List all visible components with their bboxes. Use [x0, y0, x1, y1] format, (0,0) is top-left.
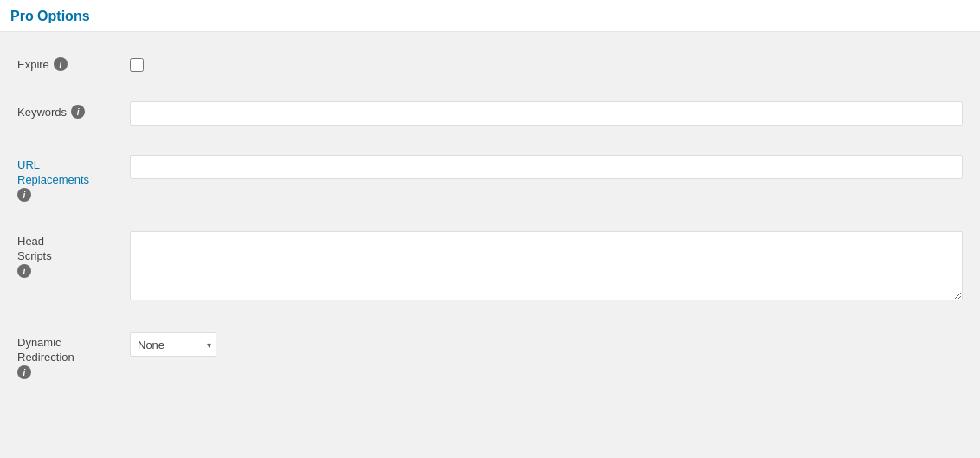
keywords-label-text: Keywords	[17, 106, 67, 119]
dynamic-redirection-select-wrapper: None Random Sequential ▾	[130, 332, 216, 357]
head-scripts-line1: Head	[17, 235, 44, 248]
keywords-input[interactable]	[130, 101, 963, 126]
url-replacements-row: URL Replacements i	[17, 148, 963, 209]
dynamic-label-line1: Dynamic	[17, 336, 61, 349]
keywords-label: Keywords i	[17, 101, 130, 119]
head-scripts-row: Head Scripts i	[17, 224, 963, 310]
dynamic-redirection-info-icon[interactable]: i	[17, 365, 31, 379]
expire-info-icon[interactable]: i	[54, 57, 68, 71]
url-label-line2-wrapper: Replacements	[17, 173, 89, 186]
url-label-line2: Replacements	[17, 173, 89, 186]
dynamic-redirection-row: Dynamic Redirection i None Random Sequen…	[17, 326, 963, 386]
url-label-line1: URL	[17, 158, 40, 171]
keywords-control	[130, 101, 963, 126]
url-replacements-label: URL Replacements i	[17, 155, 130, 202]
head-scripts-line2: Scripts	[17, 249, 52, 262]
url-replacements-control	[130, 155, 963, 179]
dynamic-redirection-control: None Random Sequential ▾	[130, 332, 963, 357]
dynamic-redirection-label: Dynamic Redirection i	[17, 332, 130, 379]
section-title: Pro Options	[0, 0, 980, 32]
keywords-row: Keywords i	[17, 94, 963, 132]
expire-row: Expire i	[17, 49, 963, 79]
dynamic-label-line2: Redirection	[17, 351, 74, 364]
page-title: Pro Options	[10, 9, 90, 23]
expire-label-text: Expire	[17, 58, 49, 71]
head-scripts-textarea[interactable]	[130, 231, 963, 300]
head-scripts-control	[130, 231, 963, 303]
url-replacements-info-icon[interactable]: i	[17, 188, 31, 202]
keywords-info-icon[interactable]: i	[71, 105, 85, 119]
head-scripts-info-icon[interactable]: i	[17, 264, 31, 278]
expire-checkbox[interactable]	[130, 58, 144, 72]
head-scripts-label: Head Scripts i	[17, 231, 130, 278]
page-container: Pro Options Expire i Keywords i	[0, 0, 980, 458]
url-replacements-input[interactable]	[130, 155, 963, 179]
dynamic-redirection-select[interactable]: None Random Sequential	[130, 332, 216, 357]
form-body: Expire i Keywords i URL Replacements	[0, 32, 980, 419]
url-label-line1-wrapper: URL	[17, 158, 40, 171]
expire-label: Expire i	[17, 57, 130, 71]
